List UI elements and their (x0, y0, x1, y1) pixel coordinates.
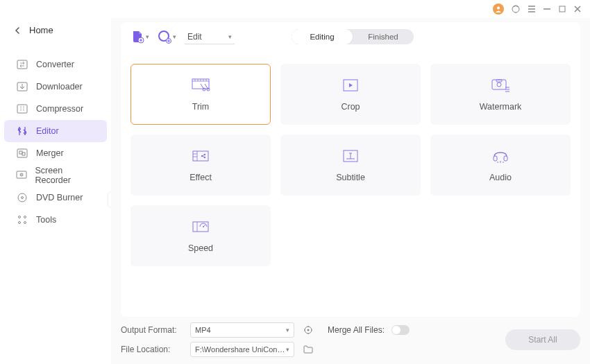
close-button[interactable] (573, 5, 582, 13)
tab-finished[interactable]: Finished (353, 29, 414, 44)
watermark-icon (490, 77, 511, 94)
svg-point-40 (307, 329, 310, 331)
svg-rect-27 (492, 80, 506, 89)
edit-mode-value: Edit (187, 32, 202, 42)
sidebar-item-compressor[interactable]: Compressor (4, 98, 107, 120)
tile-effect[interactable]: Effect (130, 135, 271, 196)
merge-toggle[interactable] (391, 325, 410, 335)
sidebar-item-converter[interactable]: Converter (4, 53, 107, 76)
svg-rect-37 (193, 222, 208, 232)
svg-rect-0 (17, 60, 27, 69)
menu-icon[interactable] (528, 5, 536, 13)
svg-point-14 (24, 216, 26, 218)
output-settings-button[interactable] (301, 325, 315, 335)
tile-label: Crop (341, 102, 360, 112)
home-button[interactable]: Home (0, 19, 111, 41)
audio-icon (491, 148, 509, 164)
sidebar-item-label: Editor (36, 126, 59, 136)
add-file-icon (130, 30, 144, 44)
svg-point-28 (497, 83, 501, 87)
avatar[interactable] (493, 3, 504, 15)
tab-editing[interactable]: Editing (292, 29, 353, 44)
chevron-down-icon: ▾ (286, 346, 289, 353)
file-location-select[interactable]: F:\Wondershare UniConverter 1 ▾ (190, 342, 294, 357)
sidebar: Home Converter Downloader Compressor Edi (0, 0, 111, 364)
svg-point-13 (19, 216, 21, 218)
sidebar-item-merger[interactable]: Merger (4, 142, 107, 164)
sidebar-item-label: Screen Recorder (35, 166, 96, 185)
minimize-button[interactable] (543, 5, 551, 13)
file-location-value: F:\Wondershare UniConverter 1 (195, 345, 286, 354)
output-format-value: MP4 (195, 326, 211, 334)
screen-recorder-icon (15, 171, 28, 180)
sidebar-item-downloader[interactable]: Downloader (4, 76, 107, 98)
gear-icon (303, 325, 313, 335)
tile-subtitle[interactable]: Subtitle (280, 135, 421, 196)
crop-icon (342, 77, 360, 94)
merge-label: Merge All Files: (328, 325, 385, 335)
downloader-icon (15, 82, 29, 92)
edit-mode-select[interactable]: Edit ▾ (185, 29, 235, 44)
sidebar-item-label: Converter (36, 60, 74, 69)
file-location-label: File Location: (121, 345, 183, 354)
tile-audio[interactable]: Audio (430, 135, 571, 196)
sidebar-item-editor[interactable]: Editor (4, 120, 107, 142)
chevron-down-icon: ▾ (173, 33, 176, 40)
svg-point-16 (24, 222, 26, 224)
tile-label: Trim (192, 102, 210, 112)
chevron-down-icon: ▾ (286, 327, 289, 333)
status-tabs: Editing Finished (292, 29, 414, 44)
tools-icon (15, 214, 29, 225)
sidebar-item-label: Merger (36, 148, 64, 158)
tile-crop[interactable]: Crop (280, 64, 421, 125)
svg-rect-36 (504, 156, 507, 161)
tools-grid: Trim Crop Watermark (121, 50, 580, 273)
tile-trim[interactable]: Trim (130, 64, 271, 125)
chevron-left-icon (11, 27, 24, 34)
trim-icon (191, 77, 210, 94)
svg-rect-30 (193, 151, 208, 161)
svg-rect-35 (494, 156, 497, 161)
svg-rect-19 (559, 6, 565, 12)
tile-watermark[interactable]: Watermark (430, 64, 571, 125)
sidebar-item-screen-recorder[interactable]: Screen Recorder (4, 164, 107, 187)
tab-label: Editing (310, 33, 334, 41)
chevron-down-icon: ▾ (146, 33, 149, 40)
sidebar-item-label: Compressor (36, 104, 83, 114)
output-format-select[interactable]: MP4 ▾ (190, 322, 294, 338)
sidebar-item-label: DVD Burner (36, 193, 83, 202)
merger-icon (15, 148, 29, 158)
tile-label: Effect (189, 173, 212, 182)
add-file-button[interactable]: ▾ (130, 30, 149, 44)
converter-icon (15, 60, 29, 69)
svg-rect-2 (17, 105, 27, 113)
sidebar-item-label: Downloader (36, 82, 83, 92)
support-icon[interactable] (511, 4, 521, 14)
chevron-down-icon: ▾ (228, 33, 232, 40)
sidebar-item-tools[interactable]: Tools (4, 209, 107, 231)
sidebar-item-dvd-burner[interactable]: DVD Burner (4, 187, 107, 209)
subtitle-icon (342, 148, 359, 164)
svg-rect-29 (496, 80, 502, 82)
tile-label: Audio (489, 173, 512, 182)
start-all-label: Start All (528, 335, 557, 345)
sidebar-item-label: Tools (36, 215, 56, 225)
titlebar (111, 0, 590, 18)
tile-speed[interactable]: Speed (130, 205, 271, 266)
editor-icon (15, 125, 29, 137)
start-all-button[interactable]: Start All (505, 329, 580, 350)
folder-icon (303, 345, 313, 354)
open-folder-button[interactable] (301, 345, 315, 354)
tab-label: Finished (368, 33, 398, 41)
svg-rect-6 (19, 151, 22, 154)
maximize-button[interactable] (558, 5, 566, 13)
add-url-icon (158, 30, 171, 44)
main-area: ▾ ▾ Edit ▾ Editing Fini (111, 0, 590, 364)
editor-panel: ▾ ▾ Edit ▾ Editing Fini (121, 22, 580, 317)
effect-icon (192, 148, 210, 164)
bottom-bar: Output Format: MP4 ▾ Merge All Files: Fi… (121, 322, 580, 357)
add-url-button[interactable]: ▾ (158, 30, 176, 44)
svg-rect-7 (22, 153, 25, 155)
tile-label: Subtitle (336, 173, 365, 182)
svg-point-10 (21, 174, 22, 175)
